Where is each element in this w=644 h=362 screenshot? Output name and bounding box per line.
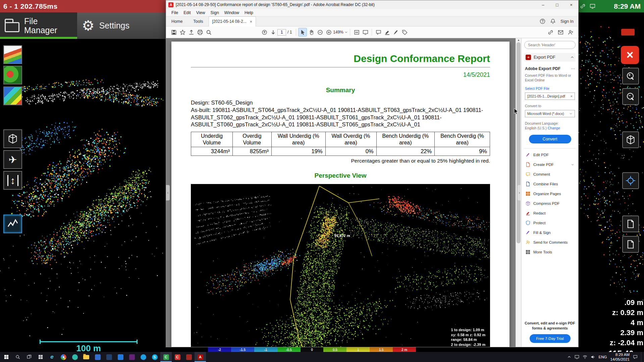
taskbar-search-button[interactable]	[12, 352, 23, 362]
cube-3d-tool-button[interactable]	[3, 129, 22, 148]
tag-tool-button[interactable]	[400, 28, 409, 37]
height-ruler-tool-button[interactable]: ↕	[3, 171, 22, 190]
fit-width-button[interactable]	[352, 28, 361, 37]
volume-icon[interactable]	[591, 355, 595, 359]
chrome-icon[interactable]	[58, 352, 69, 362]
viewer-close-button[interactable]: ×	[621, 46, 639, 64]
tool-edit-pdf[interactable]: Edit PDF	[524, 150, 576, 160]
share-people-button[interactable]	[566, 28, 575, 37]
tool-fill-sign[interactable]: Fill & Sign	[524, 228, 576, 237]
tab-tools[interactable]: Tools	[188, 16, 208, 26]
tool-create-pdf[interactable]: Create PDF	[524, 160, 576, 169]
favorite-star-button[interactable]	[178, 28, 187, 37]
menu-edit[interactable]: Edit	[181, 10, 194, 15]
maximize-button[interactable]: □	[550, 0, 564, 9]
comment-tool-button[interactable]	[374, 28, 383, 37]
document-tool-button[interactable]	[622, 216, 639, 232]
acrobat-title-bar[interactable]: A [2021-05-14 08-29-50] Conformance repo…	[166, 0, 578, 9]
export-pdf-section-header[interactable]: Export PDF	[524, 53, 576, 62]
menu-window[interactable]: Window	[222, 10, 242, 15]
zoom-out-button[interactable]: −	[622, 88, 639, 105]
clock[interactable]: 8:29 AM 14/05/2021	[610, 352, 630, 362]
share-link-button[interactable]	[546, 28, 555, 37]
tool-comment[interactable]: Comment	[524, 169, 576, 179]
print-button[interactable]	[196, 28, 204, 37]
email-button[interactable]	[556, 28, 565, 37]
red-c-app-icon[interactable]: C	[172, 352, 183, 362]
view-3d-button[interactable]	[622, 131, 639, 148]
right-pane-toggle[interactable]: ›	[518, 185, 521, 200]
menu-sign[interactable]: Sign	[208, 10, 222, 15]
flight-tool-button[interactable]: ✈	[3, 150, 22, 169]
format-dropdown[interactable]: Microsoft Word (*.docx)	[525, 110, 575, 117]
menu-help[interactable]: Help	[242, 10, 256, 15]
help-icon[interactable]	[540, 18, 545, 24]
tab-close-icon[interactable]: ×	[250, 19, 253, 24]
tool-compress-pdf[interactable]: Compress PDF	[524, 198, 576, 208]
find-button[interactable]	[204, 28, 213, 37]
tool-send-for-comments[interactable]: Send for Comments	[524, 237, 576, 247]
page-down-button[interactable]	[269, 28, 277, 37]
show-desktop-button[interactable]	[641, 352, 643, 362]
task-view-button[interactable]	[23, 352, 35, 362]
start-button[interactable]	[1, 352, 12, 362]
scrollbar-thumb[interactable]	[517, 42, 521, 243]
read-mode-button[interactable]	[361, 28, 370, 37]
profile-line-tool-button[interactable]	[3, 215, 22, 233]
tab-settings[interactable]: ⚙ Settings	[77, 12, 166, 39]
close-button[interactable]: ×	[564, 0, 578, 9]
tray-chevron-up-icon[interactable]	[567, 355, 571, 359]
network-wifi-icon[interactable]	[583, 355, 587, 359]
previous-view-button[interactable]	[260, 28, 269, 37]
zoom-in-button[interactable]: +	[622, 68, 639, 84]
change-language-link[interactable]: Change	[548, 126, 560, 130]
menu-file[interactable]: File	[169, 10, 181, 15]
tools-search-input[interactable]	[524, 41, 576, 49]
image-thumbnail-1-button[interactable]	[3, 45, 22, 64]
crosshair-tool-button[interactable]	[622, 172, 639, 189]
menu-view[interactable]: View	[194, 10, 208, 15]
acrobat-reader-icon[interactable]: A	[195, 352, 206, 362]
purple-app-icon[interactable]	[126, 352, 138, 362]
share-upload-button[interactable]	[187, 28, 196, 37]
notification-center-icon[interactable]	[633, 355, 638, 359]
tab-file-manager[interactable]: File Manager	[0, 12, 77, 39]
left-pane-toggle[interactable]: ‹	[166, 185, 170, 200]
report-tool-button[interactable]	[622, 236, 639, 253]
app-grid-icon[interactable]	[35, 352, 46, 362]
tool-organize-pages[interactable]: Organize Pages	[524, 189, 576, 198]
zoom-level-dropdown[interactable]: 149%	[333, 30, 348, 35]
tool-protect[interactable]: Protect	[524, 218, 576, 228]
sign-in-button[interactable]: Sign In	[560, 19, 574, 24]
zoom-out-button[interactable]	[316, 28, 324, 37]
scroll-up-arrow[interactable]: ▲	[516, 39, 521, 42]
highlight-tool-button[interactable]	[383, 28, 391, 37]
tool-redact[interactable]: Redact	[524, 208, 576, 218]
free-trial-button[interactable]: Free 7-Day Trial	[530, 334, 571, 343]
remove-file-icon[interactable]: ×	[571, 94, 573, 98]
hand-tool-button[interactable]	[307, 28, 316, 37]
teal-app-icon[interactable]	[69, 352, 80, 362]
tab-document[interactable]: [2021-05-14 08-2... ×	[209, 16, 256, 26]
language-indicator[interactable]: ENG	[599, 355, 607, 359]
save-button[interactable]	[169, 28, 178, 37]
tab-home[interactable]: Home	[166, 16, 188, 26]
selected-file-box[interactable]: [2021-05-1...Design].pdf ×	[525, 93, 575, 100]
file-explorer-icon[interactable]	[80, 352, 92, 362]
edge-icon[interactable]: e	[46, 352, 58, 362]
page-number-input[interactable]	[277, 29, 286, 36]
blue-app-2-icon[interactable]	[115, 352, 126, 362]
notifications-bell-icon[interactable]	[550, 18, 556, 24]
dark-red-app-icon[interactable]	[183, 352, 195, 362]
zoom-in-button[interactable]	[324, 28, 333, 37]
green-c-app-icon[interactable]: C	[160, 352, 172, 362]
blue-app-icon[interactable]	[92, 352, 103, 362]
tool-combine-files[interactable]: Combine Files	[524, 179, 576, 189]
tool-more-tools[interactable]: More Tools	[524, 247, 576, 257]
skype-icon[interactable]: S	[149, 352, 160, 362]
sign-tool-button[interactable]	[391, 28, 400, 37]
document-area[interactable]: Design Conformance Report 14/5/2021 Summ…	[166, 38, 521, 347]
select-tool-button[interactable]	[298, 28, 307, 37]
blue-circle-app-icon[interactable]	[138, 352, 149, 362]
image-thumbnail-2-button[interactable]	[3, 66, 22, 84]
